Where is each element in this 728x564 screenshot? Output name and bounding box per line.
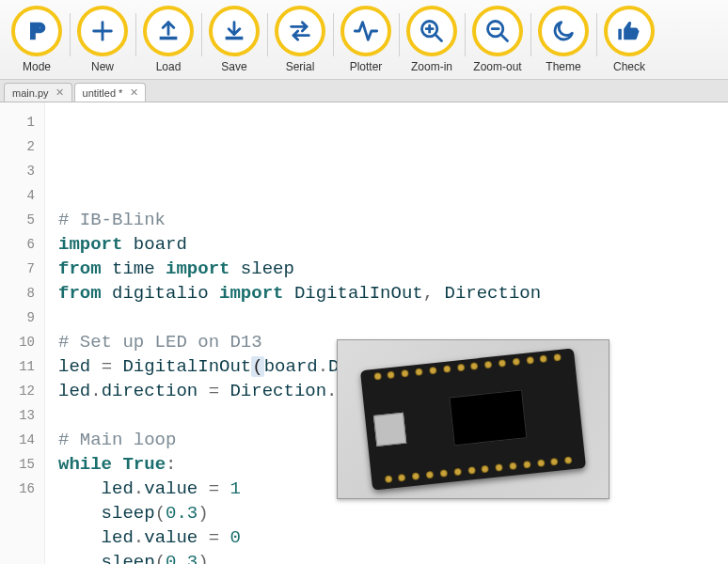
transfer-icon [275, 6, 325, 56]
tab-bar: main.py✕untitled *✕ [0, 80, 728, 102]
plotter-button[interactable]: Plotter [333, 4, 399, 77]
toolbar-label: Check [613, 60, 645, 73]
line-number: 13 [4, 403, 35, 428]
code-line[interactable]: led.value = 0 [58, 525, 541, 550]
toolbar-label: Save [221, 60, 246, 73]
line-number: 10 [4, 330, 35, 354]
moon-icon [538, 6, 589, 56]
toolbar-label: Mode [23, 60, 51, 73]
thumbs-up-icon [604, 6, 655, 56]
new-button[interactable]: New [70, 4, 135, 77]
line-number: 9 [4, 306, 35, 330]
board-photo-overlay [337, 339, 609, 499]
code-line[interactable]: sleep(0.3) [58, 501, 541, 525]
toolbar-label: Theme [546, 60, 580, 73]
mode-button[interactable]: Mode [4, 4, 70, 77]
code-editor[interactable]: 12345678910111213141516 # IB-Blinkimport… [0, 102, 728, 564]
toolbar-label: Zoom-in [411, 60, 452, 73]
zoom-out-button[interactable]: Zoom-out [465, 4, 530, 77]
line-number: 11 [4, 354, 35, 379]
code-line[interactable]: sleep(0.3) [58, 550, 541, 564]
svg-rect-3 [160, 37, 178, 40]
line-number-gutter: 12345678910111213141516 [0, 102, 45, 564]
tab-label: untitled * [83, 87, 123, 99]
line-number: 1 [4, 110, 35, 134]
toolbar: ModeNewLoadSaveSerialPlotterZoom-inZoom-… [0, 0, 728, 80]
line-number: 7 [4, 257, 35, 281]
line-number: 4 [4, 183, 35, 208]
zoom-in-icon [406, 6, 457, 56]
check-button[interactable]: Check [596, 4, 662, 77]
svg-point-0 [39, 26, 42, 30]
code-line[interactable]: from time import sleep [58, 257, 541, 281]
close-icon[interactable]: ✕ [55, 87, 66, 99]
svg-line-10 [501, 35, 508, 41]
line-number: 8 [4, 281, 35, 306]
line-number: 3 [4, 159, 35, 183]
save-button[interactable]: Save [201, 4, 267, 77]
code-line[interactable]: # IB-Blink [58, 208, 541, 232]
toolbar-label: Plotter [350, 60, 383, 73]
svg-line-6 [435, 35, 442, 41]
plus-icon [77, 6, 128, 56]
line-number: 16 [4, 477, 35, 501]
line-number: 15 [4, 452, 35, 477]
upload-icon [143, 6, 194, 56]
close-icon[interactable]: ✕ [128, 87, 139, 99]
load-button[interactable]: Load [135, 4, 201, 77]
download-icon [209, 6, 260, 56]
line-number: 2 [4, 134, 35, 159]
code-line[interactable]: from digitalio import DigitalInOut, Dire… [58, 281, 541, 306]
toolbar-label: New [91, 60, 114, 73]
tab-main-py[interactable]: main.py✕ [4, 83, 72, 102]
line-number: 6 [4, 232, 35, 257]
code-line[interactable] [58, 306, 541, 330]
serial-button[interactable]: Serial [267, 4, 333, 77]
line-number: 12 [4, 379, 35, 403]
svg-rect-4 [226, 37, 244, 40]
zoom-out-icon [472, 6, 523, 56]
pulse-icon [340, 6, 391, 56]
toolbar-label: Zoom-out [473, 60, 521, 73]
line-number: 5 [4, 208, 35, 232]
zoom-in-button[interactable]: Zoom-in [399, 4, 465, 77]
tab-label: main.py [12, 87, 49, 99]
toolbar-label: Load [156, 60, 182, 73]
tab-untitled-[interactable]: untitled *✕ [74, 83, 147, 102]
toolbar-label: Serial [286, 60, 315, 73]
code-area[interactable]: # IB-Blinkimport boardfrom time import s… [45, 102, 541, 564]
line-number: 14 [4, 428, 35, 452]
code-line[interactable]: import board [58, 232, 541, 257]
theme-button[interactable]: Theme [530, 4, 596, 77]
mode-icon [11, 6, 62, 56]
